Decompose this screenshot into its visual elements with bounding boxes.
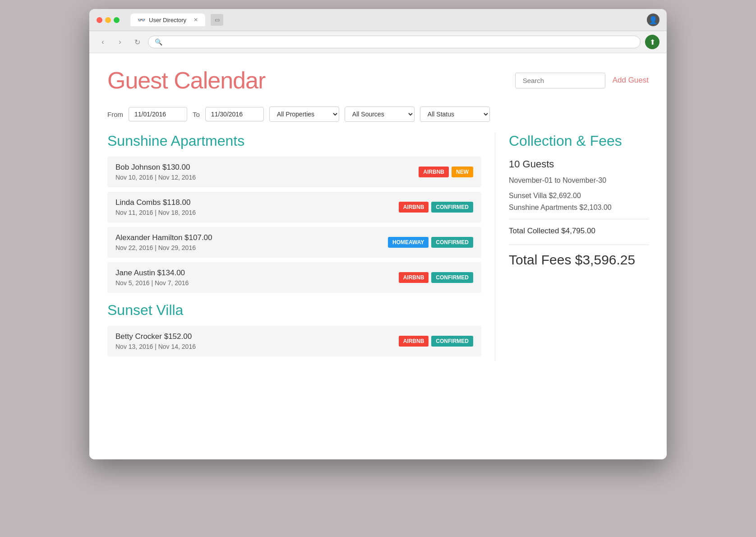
tab-close-button[interactable]: ✕ <box>194 17 198 23</box>
guest-card-alexander[interactable]: Alexander Hamilton $107.00 Nov 22, 2016 … <box>107 227 481 258</box>
confirmed-badge-betty: CONFIRMED <box>431 336 473 347</box>
total-collected-label: Total Collected <box>509 227 559 235</box>
sunset-title: Sunset Villa <box>107 302 481 319</box>
property-sunshine: Sunshine Apartments Bob Johnson $130.00 … <box>107 133 481 293</box>
homeaway-badge-alexander: HOMEAWAY <box>388 237 429 248</box>
add-guest-button[interactable]: Add Guest <box>613 76 649 85</box>
airbnb-badge: AIRBNB <box>419 167 449 177</box>
guest-info-alexander: Alexander Hamilton $107.00 Nov 22, 2016 … <box>115 233 212 251</box>
airbnb-badge-jane: AIRBNB <box>399 272 429 283</box>
guest-name-bob: Bob Johnson $130.00 <box>115 163 196 172</box>
all-sources-select[interactable]: All Sources <box>345 106 415 122</box>
sunshine-apartments-amount: Sunshine Apartments $2,103.00 <box>509 204 649 212</box>
guests-count: 10 Guests <box>509 158 649 170</box>
guest-name-betty: Betty Crocker $152.00 <box>115 332 196 341</box>
total-fees-value: $3,596.25 <box>575 252 635 267</box>
to-date-input[interactable] <box>205 107 264 121</box>
search-input[interactable] <box>515 73 605 88</box>
tab-icon: 👓 <box>138 16 145 23</box>
guest-dates-linda: Nov 11, 2016 | Nov 18, 2016 <box>115 209 196 216</box>
all-properties-select[interactable]: All Properties <box>269 106 339 122</box>
confirmed-badge-linda: CONFIRMED <box>431 202 473 213</box>
guest-name-alexander: Alexander Hamilton $107.00 <box>115 233 212 242</box>
all-status-select[interactable]: All Status <box>420 106 490 122</box>
app-header: Guest Calendar Add Guest <box>107 67 649 94</box>
guest-dates-jane: Nov 5, 2016 | Nov 7, 2016 <box>115 279 189 287</box>
app-content: Guest Calendar Add Guest From To All Pro… <box>89 53 667 459</box>
confirmed-badge-alexander: CONFIRMED <box>431 237 473 248</box>
browser-tab[interactable]: 👓 User Directory ✕ <box>130 14 205 26</box>
total-fees-label: Total Fees <box>509 252 571 267</box>
airbnb-badge-linda: AIRBNB <box>399 202 429 213</box>
sunshine-title: Sunshine Apartments <box>107 133 481 149</box>
refresh-button[interactable]: ↻ <box>131 36 143 48</box>
app-title: Guest Calendar <box>107 67 265 94</box>
from-label: From <box>107 111 123 118</box>
guest-dates-alexander: Nov 22, 2016 | Nov 29, 2016 <box>115 244 212 251</box>
guest-badges-betty: AIRBNB CONFIRMED <box>399 336 473 347</box>
confirmed-badge-jane: CONFIRMED <box>431 272 473 283</box>
guest-badges-linda: AIRBNB CONFIRMED <box>399 202 473 213</box>
new-tab-button[interactable]: ▭ <box>211 14 223 26</box>
guest-dates-bob: Nov 10, 2016 | Nov 12, 2016 <box>115 174 196 181</box>
guest-card-bob[interactable]: Bob Johnson $130.00 Nov 10, 2016 | Nov 1… <box>107 157 481 187</box>
calendar-section: Sunshine Apartments Bob Johnson $130.00 … <box>107 133 495 361</box>
sunset-villa-amount: Sunset Villa $2,692.00 <box>509 192 649 200</box>
maximize-dot[interactable] <box>114 17 120 23</box>
main-layout: Sunshine Apartments Bob Johnson $130.00 … <box>107 133 649 361</box>
collection-divider-2 <box>509 245 649 245</box>
browser-titlebar: 👓 User Directory ✕ ▭ 👤 <box>89 9 667 31</box>
guest-dates-betty: Nov 13, 2016 | Nov 14, 2016 <box>115 343 196 350</box>
collection-divider <box>509 219 649 219</box>
address-bar[interactable]: 🔍 <box>148 36 641 48</box>
forward-button[interactable]: › <box>114 36 126 48</box>
total-collected-value: $4,795.00 <box>561 227 595 235</box>
guest-info-bob: Bob Johnson $130.00 Nov 10, 2016 | Nov 1… <box>115 163 196 181</box>
back-button[interactable]: ‹ <box>97 36 109 48</box>
total-fees: Total Fees $3,596.25 <box>509 252 649 268</box>
guest-card-linda[interactable]: Linda Combs $118.00 Nov 11, 2016 | Nov 1… <box>107 192 481 222</box>
upload-button[interactable]: ⬆ <box>645 35 659 49</box>
browser-navbar: ‹ › ↻ 🔍 ⬆ <box>89 31 667 53</box>
filter-bar: From To All Properties All Sources All S… <box>107 106 649 122</box>
browser-dots <box>97 17 120 23</box>
from-date-input[interactable] <box>129 107 187 121</box>
minimize-dot[interactable] <box>105 17 111 23</box>
guest-name-linda: Linda Combs $118.00 <box>115 198 196 207</box>
search-icon: 🔍 <box>155 38 162 46</box>
total-collected: Total Collected $4,795.00 <box>509 227 649 236</box>
airbnb-badge-betty: AIRBNB <box>399 336 429 347</box>
property-sunset: Sunset Villa Betty Crocker $152.00 Nov 1… <box>107 302 481 356</box>
guest-card-betty[interactable]: Betty Crocker $152.00 Nov 13, 2016 | Nov… <box>107 326 481 356</box>
collection-date-range: November-01 to November-30 <box>509 176 649 185</box>
user-profile-icon[interactable]: 👤 <box>647 14 659 26</box>
to-label: To <box>193 111 200 118</box>
guest-badges-alexander: HOMEAWAY CONFIRMED <box>388 237 473 248</box>
browser-window: 👓 User Directory ✕ ▭ 👤 ‹ › ↻ 🔍 ⬆ Guest C… <box>89 9 667 459</box>
guest-info-jane: Jane Austin $134.00 Nov 5, 2016 | Nov 7,… <box>115 268 189 287</box>
guest-badges-bob: AIRBNB NEW <box>419 167 473 177</box>
guest-name-jane: Jane Austin $134.00 <box>115 268 189 278</box>
guest-info-betty: Betty Crocker $152.00 Nov 13, 2016 | Nov… <box>115 332 196 350</box>
new-badge: NEW <box>452 167 473 177</box>
guest-info-linda: Linda Combs $118.00 Nov 11, 2016 | Nov 1… <box>115 198 196 216</box>
header-actions: Add Guest <box>515 73 649 88</box>
guest-card-jane[interactable]: Jane Austin $134.00 Nov 5, 2016 | Nov 7,… <box>107 262 481 293</box>
sidebar-collection: Collection & Fees 10 Guests November-01 … <box>495 133 649 361</box>
guest-badges-jane: AIRBNB CONFIRMED <box>399 272 473 283</box>
close-dot[interactable] <box>97 17 102 23</box>
tab-title: User Directory <box>149 17 186 23</box>
collection-title: Collection & Fees <box>509 133 649 149</box>
